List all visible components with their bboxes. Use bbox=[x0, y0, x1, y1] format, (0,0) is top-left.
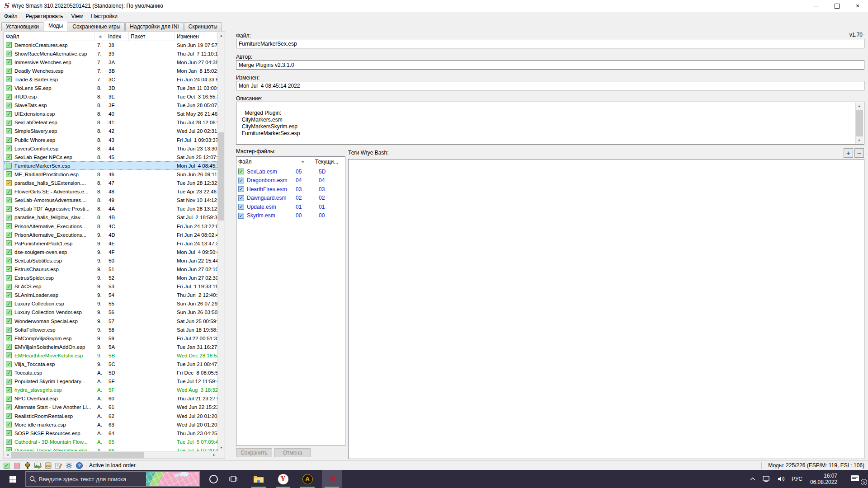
mod-row[interactable]: SLAnimLoader.esp 9. 54 Thu Jun 2 12:40:3… bbox=[4, 291, 217, 300]
mod-row[interactable]: PaPunishmentPack1.esp 9. 4E Fri Jun 24 1… bbox=[4, 239, 217, 248]
master-checkbox[interactable] bbox=[238, 186, 244, 192]
help-icon[interactable]: ? bbox=[75, 462, 83, 469]
mod-checkbox[interactable] bbox=[6, 275, 12, 281]
mod-checkbox[interactable] bbox=[6, 335, 12, 341]
add-tag-button[interactable]: + bbox=[844, 148, 853, 158]
cancel-button[interactable]: Отмена bbox=[274, 448, 311, 457]
mod-checkbox[interactable] bbox=[6, 137, 12, 143]
language-indicator[interactable]: РУС bbox=[788, 470, 806, 488]
tab-screenshots[interactable]: Скриншоты bbox=[184, 22, 222, 31]
mod-checkbox[interactable] bbox=[6, 120, 12, 126]
mod-checkbox[interactable] bbox=[6, 128, 12, 134]
masters-column-current[interactable]: Текущи... bbox=[313, 157, 345, 167]
action-center-button[interactable]: 5 bbox=[842, 470, 868, 488]
mod-checkbox[interactable] bbox=[6, 240, 12, 246]
scroll-up-icon[interactable]: ▲ bbox=[218, 32, 225, 39]
mod-checkbox[interactable] bbox=[6, 318, 12, 324]
file-field[interactable]: FurnitureMarkerSex.esp bbox=[236, 39, 864, 48]
mod-row[interactable]: Wonderwoman Special.esp 9. 57 Sat Jun 25… bbox=[4, 317, 217, 325]
mod-row[interactable]: SexLab-AmorousAdventures.... 8. 49 Sat N… bbox=[4, 196, 217, 205]
scroll-left-icon[interactable]: ◄ bbox=[4, 451, 11, 459]
mod-checkbox[interactable] bbox=[6, 422, 12, 427]
pink-square-filter-icon[interactable] bbox=[13, 462, 21, 469]
checkbox-filter-icon[interactable] bbox=[3, 462, 10, 469]
master-checkbox[interactable] bbox=[238, 213, 244, 219]
mod-row[interactable]: ShowRaceMenuAlternative.esp 7. 39 Thu Ju… bbox=[4, 49, 217, 58]
mod-row[interactable]: SofiaFollower.esp 9. 58 Sat Jun 18 19:58… bbox=[4, 325, 217, 334]
column-header-index[interactable]: Index bbox=[106, 32, 129, 41]
mod-checkbox[interactable] bbox=[6, 180, 12, 186]
mod-row[interactable]: SimpleSlavery.esp 8. 42 Wed Jul 20 02:31… bbox=[4, 127, 217, 136]
description-scrollbar[interactable]: ▲ ▼ bbox=[855, 103, 863, 144]
masters-column-file[interactable]: Файл bbox=[236, 157, 291, 167]
master-row[interactable]: Skyrim.esm 00 00 bbox=[236, 211, 345, 221]
wrye-bash-tags-panel[interactable] bbox=[348, 159, 864, 459]
tray-chevron-button[interactable] bbox=[747, 470, 759, 488]
scroll-right-icon[interactable]: ► bbox=[211, 451, 217, 459]
description-scroll-thumb[interactable] bbox=[856, 110, 863, 136]
mod-row[interactable]: dse-soulgem-oven.esp 9. 4F Mon Jul 4 09:… bbox=[4, 248, 217, 256]
mod-row[interactable]: FlowerGirls SE - Adventures.e... 8. 48 T… bbox=[4, 188, 217, 196]
description-field[interactable]: Merged Plugin: CityMarkers.esm CityMarke… bbox=[236, 102, 864, 145]
modified-field[interactable]: Mon Jul 4 08:45:14 2022 bbox=[236, 81, 864, 90]
mod-checkbox[interactable] bbox=[6, 145, 12, 151]
tab-mods[interactable]: Моды bbox=[44, 21, 67, 31]
mod-row[interactable]: EstrusSpider.esp 9. 52 Mon Jun 27 02:30:… bbox=[4, 274, 217, 282]
mod-checkbox[interactable] bbox=[6, 387, 12, 393]
edit-notes-icon[interactable] bbox=[55, 462, 62, 469]
mod-checkbox[interactable] bbox=[6, 258, 12, 263]
mod-checkbox[interactable] bbox=[6, 413, 12, 419]
mod-checkbox[interactable] bbox=[6, 189, 12, 195]
mod-row[interactable]: EstrusChaurus.esp 9. 51 Mon Jun 27 02:10… bbox=[4, 265, 217, 273]
mod-row[interactable]: PrisonAlternative_Executions... 9. 4D Fr… bbox=[4, 230, 217, 239]
mod-row[interactable]: Vilja_Toccata.esp 9. 5C Tue Jun 21 08:47… bbox=[4, 360, 217, 368]
scroll-up-icon[interactable]: ▲ bbox=[856, 103, 863, 109]
mod-row[interactable]: UIExtensions.esp 8. 40 Sat May 26 21:46:… bbox=[4, 110, 217, 118]
mod-checkbox[interactable] bbox=[6, 310, 12, 315]
mod-checkbox[interactable] bbox=[6, 430, 12, 436]
menu-view[interactable]: View bbox=[67, 13, 87, 19]
mod-row[interactable]: Cathedral - 3D Mountain Flow... A. 65 Tu… bbox=[4, 437, 217, 446]
scroll-down-icon[interactable]: ▼ bbox=[856, 137, 863, 144]
mod-row[interactable]: Populated Skyrim Legendary.... A. 5E Tue… bbox=[4, 377, 217, 386]
mod-row[interactable]: SexLab Eager NPCs.esp 8. 45 Sat Jun 25 1… bbox=[4, 153, 217, 161]
file-explorer-button[interactable] bbox=[249, 470, 269, 488]
image-icon[interactable] bbox=[34, 462, 42, 469]
mod-row[interactable]: VioLens SE.esp 8. 3D Tue Jan 11 03:00:01 bbox=[4, 84, 217, 92]
mod-row[interactable]: SLACS.esp 9. 53 Fri Jul 1 19:33:11 2. bbox=[4, 282, 217, 291]
scroll-down-icon[interactable]: ▼ bbox=[218, 444, 225, 451]
mod-checkbox[interactable] bbox=[6, 163, 12, 169]
mod-list-vertical-scrollbar[interactable]: ▲ ▼ bbox=[217, 32, 225, 451]
mod-row[interactable]: SOSP SKSE Resources.esp A. 64 Thu Jun 23… bbox=[4, 429, 217, 437]
network-button[interactable] bbox=[759, 470, 774, 488]
volume-button[interactable] bbox=[774, 470, 788, 488]
mod-checkbox[interactable] bbox=[6, 404, 12, 410]
mod-checkbox[interactable] bbox=[6, 361, 12, 367]
mod-checkbox[interactable] bbox=[6, 42, 12, 48]
master-row[interactable]: HearthFires.esm 03 03 bbox=[236, 185, 345, 194]
mod-row[interactable]: Luxury Collection Vendor.esp 9. 56 Sun J… bbox=[4, 308, 217, 317]
vertical-scroll-thumb[interactable] bbox=[218, 132, 224, 221]
mod-checkbox[interactable] bbox=[6, 68, 12, 74]
master-checkbox[interactable] bbox=[238, 204, 244, 210]
menu-edit[interactable]: Редактировать bbox=[22, 13, 67, 19]
mod-checkbox[interactable] bbox=[6, 94, 12, 100]
save-button[interactable]: Сохранить bbox=[236, 448, 272, 457]
cortana-button[interactable] bbox=[203, 470, 223, 488]
taskbar-search-box[interactable]: Введите здесь текст для поиска bbox=[25, 471, 200, 487]
mod-row[interactable]: EMCompViljaSkyrim.esp 9. 59 Fri Jul 22 0… bbox=[4, 334, 217, 343]
master-checkbox[interactable] bbox=[238, 195, 244, 201]
mod-row[interactable]: Alternate Start - Live Another Li... A. … bbox=[4, 403, 217, 412]
mod-checkbox[interactable] bbox=[6, 301, 12, 307]
column-header-modified[interactable]: Изменен bbox=[175, 32, 217, 41]
mod-checkbox[interactable] bbox=[6, 232, 12, 238]
mod-row[interactable]: MF_RadiantProstitution.esp 8. 46 Sun Jun… bbox=[4, 170, 217, 178]
mod-row[interactable]: SexLabSubtitles.esp 9. 50 Mon Jan 22 15:… bbox=[4, 256, 217, 265]
mod-row[interactable]: RealisticRoomRental.esp A. 62 Wed Jul 20… bbox=[4, 412, 217, 420]
mod-checkbox[interactable] bbox=[6, 327, 12, 333]
mod-row[interactable]: paradise_halls_SLExtension.... 8. 47 Tue… bbox=[4, 179, 217, 188]
mod-row[interactable]: More idle markers.esp A. 63 Wed Jul 20 0… bbox=[4, 420, 217, 429]
mod-checkbox[interactable] bbox=[6, 352, 12, 358]
mod-checkbox[interactable] bbox=[6, 370, 12, 376]
mod-checkbox[interactable] bbox=[6, 51, 12, 56]
